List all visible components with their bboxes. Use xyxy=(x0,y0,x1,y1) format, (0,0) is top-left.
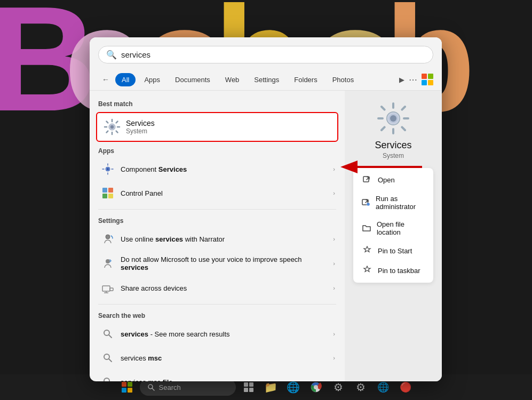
chevron-icon-2: › xyxy=(333,190,335,196)
svg-point-6 xyxy=(107,168,109,170)
best-match-text: Services System xyxy=(126,119,155,135)
narrator-label: Use online services with Narrator xyxy=(121,235,328,243)
svg-rect-32 xyxy=(244,382,248,387)
right-panel: Services System Open xyxy=(345,91,442,381)
speech-services-item[interactable]: Do not allow Microsoft to use your voice… xyxy=(92,251,343,276)
best-match-sub: System xyxy=(126,127,155,135)
open-item[interactable]: Open xyxy=(353,170,433,190)
speech-services-icon xyxy=(100,256,115,271)
best-match-name: Services xyxy=(126,119,155,127)
run-as-admin-icon: ! xyxy=(362,198,370,208)
search-icon: 🔍 xyxy=(106,50,117,60)
chevron-icon-1: › xyxy=(333,166,335,172)
search-web-label: Search the web xyxy=(90,309,345,322)
app-icon-large xyxy=(376,101,410,135)
left-panel: Best match Services System xyxy=(90,91,345,381)
best-match-item[interactable]: Services System xyxy=(96,112,338,142)
narrator-icon xyxy=(100,231,115,246)
pin-to-taskbar-item[interactable]: Pin to taskbar xyxy=(353,261,433,281)
svg-rect-7 xyxy=(102,188,107,193)
tab-all[interactable]: All xyxy=(115,73,136,86)
open-file-location-label: Open file location xyxy=(377,220,425,236)
search-input[interactable] xyxy=(121,50,425,59)
pin-to-start-icon xyxy=(362,246,372,256)
tab-settings[interactable]: Settings xyxy=(248,73,285,86)
best-match-label: Best match xyxy=(90,97,345,110)
search-input-wrapper: 🔍 xyxy=(98,46,433,63)
play-icon[interactable]: ▶ xyxy=(399,76,404,84)
tab-photos[interactable]: Photos xyxy=(326,73,360,86)
search-web-label-3: services.msc file xyxy=(121,378,328,382)
search-box-area: 🔍 xyxy=(90,37,442,69)
run-as-admin-label: Run as administrator xyxy=(376,195,425,211)
search-web-icon-2 xyxy=(100,350,115,365)
control-panel-label: Control Panel xyxy=(121,189,328,197)
windows-start-icon xyxy=(122,382,132,393)
svg-point-12 xyxy=(106,259,110,263)
open-icon xyxy=(362,175,372,185)
svg-point-11 xyxy=(106,235,110,239)
svg-rect-33 xyxy=(249,382,253,387)
right-panel-app-sub: System xyxy=(383,152,404,159)
svg-line-18 xyxy=(109,335,112,338)
chevron-icon-5: › xyxy=(333,285,335,291)
svg-line-20 xyxy=(109,359,112,362)
search-web-icon-1 xyxy=(100,326,115,341)
filter-tabs-more: ▶ ⋯ xyxy=(399,74,433,85)
svg-point-24 xyxy=(390,115,396,122)
search-web-item-3[interactable]: services.msc file › xyxy=(92,370,343,381)
right-panel-app-name: Services xyxy=(375,140,411,151)
windows-logo-icon[interactable] xyxy=(422,74,433,85)
open-file-location-icon xyxy=(362,223,371,234)
more-dots-icon[interactable]: ⋯ xyxy=(409,75,417,85)
chevron-icon-6: › xyxy=(333,331,335,337)
share-devices-label: Share across devices xyxy=(121,284,328,292)
chevron-icon-7: › xyxy=(333,355,335,361)
control-panel-item[interactable]: Control Panel › xyxy=(92,181,343,205)
search-web-item-2[interactable]: services msc › xyxy=(92,346,343,370)
speech-services-label: Do not allow Microsoft to use your voice… xyxy=(121,255,328,271)
chevron-icon-4: › xyxy=(333,260,335,267)
svg-point-1 xyxy=(110,125,114,129)
search-dialog: 🔍 ← All Apps Documents Web Settings Fold… xyxy=(90,37,442,381)
pin-to-start-item[interactable]: Pin to Start xyxy=(353,241,433,261)
svg-rect-9 xyxy=(102,194,107,198)
tab-apps[interactable]: Apps xyxy=(138,73,166,86)
run-as-admin-item[interactable]: ! Run as administrator xyxy=(353,190,433,215)
share-devices-item[interactable]: Share across devices › xyxy=(92,276,343,300)
chrome-icon xyxy=(310,381,322,393)
settings-section-label: Settings xyxy=(90,214,345,227)
pin-to-taskbar-icon xyxy=(362,266,372,276)
back-button[interactable]: ← xyxy=(98,72,113,87)
pin-to-start-label: Pin to Start xyxy=(378,247,412,255)
svg-rect-14 xyxy=(110,288,113,291)
svg-rect-13 xyxy=(102,286,110,291)
tab-web[interactable]: Web xyxy=(219,73,246,86)
filter-tabs: ← All Apps Documents Web Settings Folder… xyxy=(90,69,442,91)
component-services-label: Component Services xyxy=(121,165,328,173)
svg-text:!: ! xyxy=(368,203,368,206)
divider-1 xyxy=(98,209,336,210)
context-menu: Open ! Run as administrator xyxy=(353,168,433,283)
taskbar-search-label: Search xyxy=(159,383,181,391)
svg-rect-8 xyxy=(108,188,113,193)
tab-folders[interactable]: Folders xyxy=(288,73,323,86)
search-web-item-1[interactable]: services - See more search results › xyxy=(92,322,343,346)
svg-rect-34 xyxy=(244,388,248,392)
tab-documents[interactable]: Documents xyxy=(169,73,217,86)
narrator-item[interactable]: Use online services with Narrator › xyxy=(92,227,343,251)
component-services-item[interactable]: Component Services › xyxy=(92,157,343,181)
task-view-icon xyxy=(243,382,254,393)
divider-2 xyxy=(98,304,336,305)
svg-point-37 xyxy=(314,385,318,389)
svg-line-31 xyxy=(152,388,154,390)
search-web-label-1: services - See more search results xyxy=(121,330,328,338)
chevron-icon-8: › xyxy=(333,379,335,381)
pin-to-taskbar-label: Pin to taskbar xyxy=(378,267,420,275)
share-devices-icon xyxy=(100,281,115,295)
component-services-icon xyxy=(100,162,115,177)
taskbar-search-icon xyxy=(147,383,155,391)
services-icon xyxy=(104,118,121,135)
open-file-location-item[interactable]: Open file location xyxy=(353,215,433,241)
chevron-icon-3: › xyxy=(333,236,335,242)
